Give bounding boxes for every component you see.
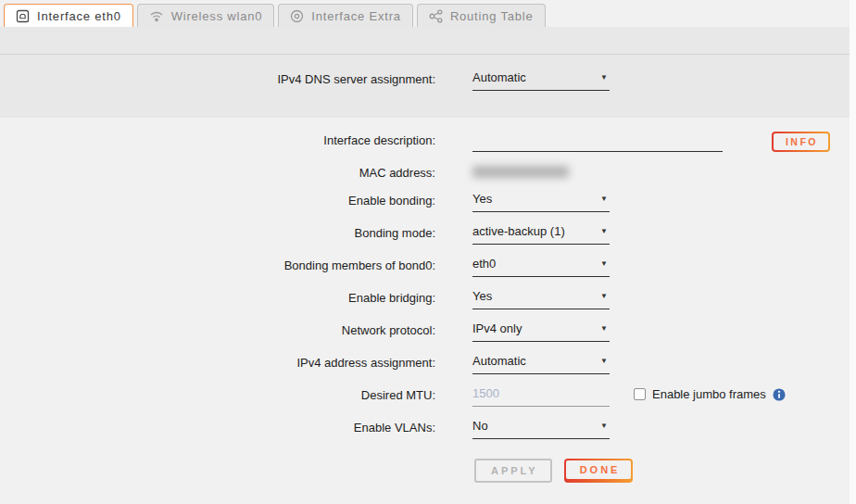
tab-routing-table[interactable]: Routing Table bbox=[417, 4, 546, 27]
bonding-members-label: Bonding members of bond0: bbox=[0, 257, 435, 272]
dropdown-arrow-icon: ▼ bbox=[600, 422, 608, 430]
info-button[interactable]: INFO bbox=[772, 132, 830, 152]
bonding-mode-select[interactable]: active-backup (1) ▼ bbox=[472, 224, 610, 245]
bonding-mode-value: active-backup (1) bbox=[472, 224, 565, 238]
tab-wireless-wlan0[interactable]: Wireless wlan0 bbox=[137, 4, 275, 27]
tab-label: Interface Extra bbox=[311, 9, 401, 23]
dropdown-arrow-icon: ▼ bbox=[600, 357, 608, 365]
enable-vlans-value: No bbox=[472, 419, 488, 433]
dropdown-arrow-icon: ▼ bbox=[600, 195, 608, 203]
enable-bridging-value: Yes bbox=[472, 289, 492, 303]
dns-assignment-value: Automatic bbox=[472, 70, 526, 84]
bonding-members-select[interactable]: eth0 ▼ bbox=[472, 257, 610, 277]
ethernet-interface-icon bbox=[16, 9, 30, 23]
enable-bonding-label: Enable bonding: bbox=[0, 192, 435, 208]
ipv4-assignment-select[interactable]: Automatic ▼ bbox=[472, 354, 610, 374]
tab-bar: Interface eth0 Wireless wlan0 Interface … bbox=[0, 0, 856, 27]
enable-jumbo-frames-checkbox[interactable] bbox=[634, 388, 646, 400]
enable-bridging-label: Enable bridging: bbox=[0, 289, 435, 305]
done-button-label: DONE bbox=[566, 460, 632, 479]
tab-label: Routing Table bbox=[450, 9, 534, 23]
desired-mtu-label: Desired MTU: bbox=[0, 386, 435, 402]
dropdown-arrow-icon: ▼ bbox=[600, 292, 608, 300]
mac-address-label: MAC address: bbox=[0, 164, 435, 180]
tab-interface-eth0[interactable]: Interface eth0 bbox=[4, 4, 133, 27]
dropdown-arrow-icon: ▼ bbox=[600, 227, 608, 235]
scrollbar-track[interactable] bbox=[850, 0, 856, 504]
info-circle-icon[interactable] bbox=[773, 388, 786, 401]
ipv4-assignment-value: Automatic bbox=[472, 354, 526, 368]
dns-assignment-select[interactable]: Automatic ▼ bbox=[472, 70, 610, 91]
dns-section: IPv4 DNS server assignment: Automatic ▼ bbox=[0, 55, 856, 118]
ipv4-assignment-label: IPv4 address assignment: bbox=[0, 354, 435, 370]
tab-interface-extra[interactable]: Interface Extra bbox=[278, 4, 413, 27]
dropdown-arrow-icon: ▼ bbox=[600, 73, 608, 82]
share-network-icon bbox=[429, 9, 443, 23]
enable-bonding-value: Yes bbox=[472, 192, 492, 206]
desired-mtu-input[interactable]: 1500 bbox=[472, 386, 610, 407]
dropdown-arrow-icon: ▼ bbox=[600, 259, 608, 268]
dropdown-arrow-icon: ▼ bbox=[600, 324, 608, 333]
info-button-label: INFO bbox=[774, 133, 828, 150]
bonding-members-value: eth0 bbox=[472, 257, 496, 271]
done-button[interactable]: DONE bbox=[564, 459, 634, 483]
interface-settings-form: Interface description: INFO MAC address:… bbox=[0, 118, 856, 483]
interface-description-label: Interface description: bbox=[0, 132, 435, 147]
target-circle-icon bbox=[290, 9, 304, 23]
interface-description-input[interactable] bbox=[472, 132, 723, 152]
tab-label: Wireless wlan0 bbox=[171, 9, 263, 23]
network-protocol-select[interactable]: IPv4 only ▼ bbox=[472, 321, 610, 342]
enable-bridging-select[interactable]: Yes ▼ bbox=[472, 289, 610, 309]
apply-button[interactable]: APPLY bbox=[474, 459, 552, 483]
dns-assignment-label: IPv4 DNS server assignment: bbox=[0, 70, 435, 86]
bonding-mode-label: Bonding mode: bbox=[0, 224, 435, 240]
enable-vlans-label: Enable VLANs: bbox=[0, 419, 435, 435]
enable-bonding-select[interactable]: Yes ▼ bbox=[472, 192, 610, 212]
mac-address-value-redacted bbox=[472, 166, 569, 178]
panel-header-strip bbox=[0, 27, 856, 55]
enable-vlans-select[interactable]: No ▼ bbox=[472, 419, 610, 439]
tab-label: Interface eth0 bbox=[37, 9, 121, 23]
network-protocol-value: IPv4 only bbox=[472, 321, 522, 335]
enable-jumbo-frames-label: Enable jumbo frames bbox=[652, 387, 766, 401]
wifi-icon bbox=[149, 10, 164, 22]
network-protocol-label: Network protocol: bbox=[0, 321, 435, 337]
